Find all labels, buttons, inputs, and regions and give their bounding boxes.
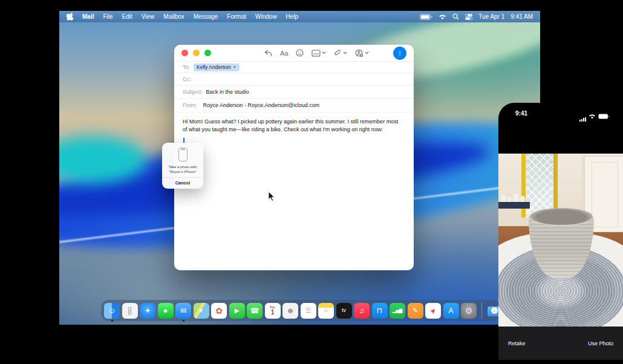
camera-photo-pottery [498,154,623,327]
retake-button[interactable]: Retake [508,340,526,346]
to-label: To: [183,64,190,70]
dock-icon-contacts[interactable]: ☻ [282,303,298,319]
mail-compose-window: Aa [174,45,414,270]
menu-item-view[interactable]: View [142,13,155,20]
message-body[interactable]: Hi Mom! Guess what? I picked up pottery … [174,112,410,149]
popup-message-line1: Take a photo with [169,164,197,169]
undo-icon[interactable] [264,50,272,57]
menu-item-message[interactable]: Message [194,13,218,20]
menu-item-help[interactable]: Help [286,13,299,20]
cancel-button[interactable]: Cancel [175,178,191,189]
dock-icon-settings[interactable]: ⚙ [461,303,477,319]
dock-icon-launchpad[interactable]: ⣿ [122,303,138,319]
running-indicator [111,320,113,322]
mouse-cursor [268,191,275,204]
iphone-icon [178,148,188,161]
dock-divider [481,302,482,319]
attach-file-button[interactable] [334,49,347,57]
cellular-signal-icon [579,117,586,122]
minimize-window-button[interactable] [193,50,200,56]
iphone-status-bar: 9:41 [498,103,623,154]
iphone-time: 9:41 [515,110,527,117]
dock-icon-finder[interactable]: ☺ [104,303,120,319]
window-title-bar: Aa [174,45,414,62]
photo-browser-button[interactable] [312,50,326,57]
dock-icon-numbers[interactable]: ▂▅▇ [390,303,405,319]
battery-icon [598,111,610,122]
photo-small-pots [501,192,529,202]
continuity-camera-popup: Take a photo with “Royce’s iPhone” Cance… [162,143,203,189]
battery-icon[interactable] [420,14,432,20]
popup-message-line2: “Royce’s iPhone” [169,169,197,174]
subject-value: Back in the studio [206,89,249,95]
format-button[interactable]: Aa [280,50,288,57]
dock-icon-reminders[interactable]: ☰ [301,303,316,319]
menu-bar-date[interactable]: Tue Apr 1 [478,13,504,20]
subject-label: Subject: [183,89,203,95]
dock-icon-mail[interactable]: ✉ [175,303,191,319]
cc-label: Cc: [183,76,191,82]
use-photo-button[interactable]: Use Photo [588,340,613,346]
control-center-icon[interactable] [465,14,472,20]
from-value: Royce Anderson - Royce.Anderson@icloud.c… [203,102,320,108]
dock-icon-rocket[interactable]: ➤ [425,303,441,319]
iphone-screen: 9:41 [498,103,623,360]
dock-icon-photos[interactable]: ✿ [211,303,227,319]
close-window-button[interactable] [181,50,188,56]
dock-icon-appletv[interactable]: tv [336,303,352,319]
zoom-window-button[interactable] [204,50,211,56]
dock-icon-notes[interactable]: ≡ [318,303,334,319]
to-field[interactable]: To: Kelly Anderson ▼ [174,62,414,73]
recipient-name: Kelly Anderson [197,64,231,70]
dock-icon-appstore[interactable]: A [443,303,459,319]
menu-item-window[interactable]: Window [255,13,277,20]
desktop: MailFileEditViewMailboxMessageFormatWind… [59,11,540,325]
subject-field[interactable]: Subject: Back in the studio [174,86,414,99]
dock-icon-music[interactable]: ♫ [354,303,370,319]
menu-item-mailbox[interactable]: Mailbox [163,13,184,20]
apple-menu-icon[interactable] [67,13,73,21]
menu-item-edit[interactable]: Edit [122,13,132,20]
menu-bar: MailFileEditViewMailboxMessageFormatWind… [59,11,540,22]
chevron-down-icon [343,51,347,54]
dock-icon-keynote[interactable]: ⊓ [372,303,388,319]
dock-icon-calendar[interactable]: Tue1 [265,303,281,319]
running-indicator [183,320,184,322]
menu-item-format[interactable]: Format [227,13,246,20]
dock-icon-maps[interactable]: ➤ [194,303,209,319]
dock-icon-phone[interactable]: ☎ [247,303,263,319]
camera-action-bar: Retake Use Photo [498,327,623,360]
wifi-icon[interactable] [439,14,446,20]
menu-bar-time[interactable]: 9:41 AM [510,13,533,20]
menu-item-file[interactable]: File [103,13,113,20]
dock-icon-safari[interactable]: ✦ [140,303,155,319]
recipient-token[interactable]: Kelly Anderson ▼ [194,63,240,71]
chevron-down-icon [322,51,326,54]
photo-shelf [498,202,530,209]
screen: MailFileEditViewMailboxMessageFormatWind… [0,0,623,364]
search-icon[interactable] [452,13,459,20]
send-button[interactable]: ↑ [393,47,406,60]
wifi-icon [589,111,596,122]
cc-field[interactable]: Cc: [174,73,414,86]
dock-icon-pages[interactable]: ✎ [408,303,423,319]
menu-item-mail[interactable]: Mail [82,13,94,20]
emoji-picker-icon[interactable] [296,49,304,57]
from-label: From: [183,102,197,108]
from-field[interactable]: From: Royce Anderson - Royce.Anderson@ic… [174,99,414,112]
dock-icon-messages[interactable]: ● [158,303,174,319]
message-text: Hi Mom! Guess what? I picked up pottery … [183,118,402,133]
dock-icon-facetime[interactable]: ▶ [229,303,245,319]
insert-from-iphone-button[interactable] [355,49,369,57]
chevron-down-icon: ▼ [233,65,236,69]
chevron-down-icon [365,51,369,54]
dock: ☺⣿✦●✉➤✿▶☎Tue1☻☰≡tv♫⊓▂▅▇✎➤A⚙↓ [101,300,500,321]
